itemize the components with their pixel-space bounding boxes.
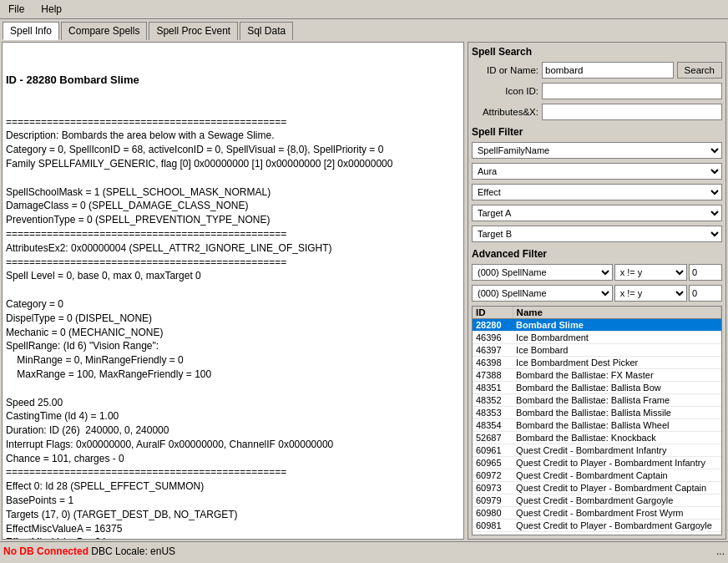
tab-compare-spells[interactable]: Compare Spells [61,22,147,40]
table-row[interactable]: 48354Bombard the Ballistae: Ballista Whe… [473,419,721,432]
table-row[interactable]: 60965Quest Credit to Player - Bombardmen… [473,457,721,469]
attributes-label: Attributes&X: [472,107,538,117]
adv-filter-2-field[interactable]: (000) SpellName [472,285,613,302]
table-row[interactable]: 52687Bombard the Ballistae: Knockback [473,432,721,444]
cell-name: Ice Bombardment [513,332,720,344]
cell-name: Bombard the Ballistae: Ballista Bow [513,382,720,394]
tab-spell-info[interactable]: Spell Info [3,22,59,40]
icon-id-row: Icon ID: [472,83,722,99]
target-b-select[interactable]: Target B [472,226,722,242]
table-row[interactable]: 60972Quest Credit - Bombardment Captain [473,469,721,482]
table-row[interactable]: 60979Quest Credit - Bombardment Gargoyle [473,495,721,507]
effect-select[interactable]: Effect [472,184,722,200]
results-table: ID Name 28280Bombard Slime46396Ice Bomba… [473,307,721,535]
adv-filter-2-value[interactable] [689,285,722,302]
cell-name: Quest Credit - Bombardment Gargoyle [513,495,720,507]
status-text: No DB Connected DBC Locale: enUS [3,545,175,557]
results-table-container[interactable]: ID Name 28280Bombard Slime46396Ice Bomba… [472,306,722,535]
cell-id: 46398 [473,357,513,369]
cell-name: Quest Credit to Player - Bombardment Gar… [513,520,720,532]
adv-filter-1-field[interactable]: (000) SpellName [472,264,613,281]
cell-id: 60973 [473,482,513,495]
status-bar: No DB Connected DBC Locale: enUS ... [0,541,728,560]
adv-filter-2-op[interactable]: x != y [614,285,687,302]
table-row[interactable]: 60961Quest Credit - Bombardment Infantry [473,444,721,457]
table-row[interactable]: 60973Quest Credit to Player - Bombardmen… [473,482,721,495]
target-b-row: Target B [472,226,722,242]
id-name-label: ID or Name: [472,65,538,75]
table-row[interactable]: 48352Bombard the Ballistae: Ballista Fra… [473,394,721,407]
right-panel: Spell Search ID or Name: Search Icon ID:… [468,42,726,540]
table-row[interactable]: 46397Ice Bombard [473,344,721,357]
cell-id: 60972 [473,469,513,482]
no-db-label: No DB Connected [3,545,88,557]
table-row[interactable]: 60980Quest Credit - Bombardment Frost Wy… [473,507,721,520]
cell-name: Quest Credit - Bombardment Captain [513,469,720,482]
cell-id: 47388 [473,369,513,382]
icon-id-label: Icon ID: [472,86,538,96]
col-id: ID [473,307,513,319]
cell-name: Bombard Slime [513,319,720,332]
cell-id: 60965 [473,457,513,469]
attributes-input[interactable] [542,104,722,120]
table-row[interactable]: 60981Quest Credit to Player - Bombardmen… [473,520,721,532]
col-name: Name [513,307,720,319]
cell-name: Bombard the Ballistae: Ballista Wheel [513,419,720,432]
tab-sql-data[interactable]: Sql Data [240,22,293,40]
cell-name: Quest Credit to Player - Bombardment Fro… [513,532,720,536]
icon-id-input[interactable] [542,83,722,99]
file-menu[interactable]: File [3,2,29,17]
aura-row: Aura [472,163,722,180]
spell-search-label: Spell Search [472,46,722,58]
cell-id: 48354 [473,419,513,432]
aura-select[interactable]: Aura [472,163,722,180]
table-row[interactable]: 60982Quest Credit to Player - Bombardmen… [473,532,721,536]
dbc-label: DBC Locale: enUS [91,545,175,557]
family-name-row: SpellFamilyName [472,142,722,159]
main-content: ID - 28280 Bombard Slime ===============… [0,40,728,541]
cell-id: 46396 [473,332,513,344]
adv-filter-1-value[interactable] [689,264,722,281]
cell-name: Ice Bombard [513,344,720,357]
adv-filter-row-2: (000) SpellName x != y [472,285,722,302]
table-row[interactable]: 28280Bombard Slime [473,319,721,332]
id-name-row: ID or Name: Search [472,62,722,79]
cell-id: 60982 [473,532,513,536]
cell-id: 60981 [473,520,513,532]
help-menu[interactable]: Help [36,2,67,17]
spell-filter-label: Spell Filter [472,126,722,138]
id-name-input[interactable] [542,62,674,79]
table-row[interactable]: 46396Ice Bombardment [473,332,721,344]
attributes-row: Attributes&X: [472,104,722,120]
menu-bar: File Help [0,0,728,19]
tab-bar: Spell Info Compare Spells Spell Proc Eve… [0,19,728,40]
cell-name: Bombard the Ballistae: Knockback [513,432,720,444]
advanced-filter-label: Advanced Filter [472,248,722,260]
family-name-select[interactable]: SpellFamilyName [472,142,722,159]
target-a-select[interactable]: Target A [472,205,722,221]
adv-filter-1-op[interactable]: x != y [614,264,687,281]
cell-id: 60980 [473,507,513,520]
cell-id: 48351 [473,382,513,394]
cell-name: Quest Credit to Player - Bombardment Inf… [513,457,720,469]
table-row[interactable]: 48353Bombard the Ballistae: Ballista Mis… [473,407,721,419]
search-button[interactable]: Search [677,62,722,79]
tab-spell-proc-event[interactable]: Spell Proc Event [149,22,238,40]
cell-name: Bombard the Ballistae: Ballista Missile [513,407,720,419]
adv-filter-row-1: (000) SpellName x != y [472,264,722,281]
cell-name: Quest Credit - Bombardment Infantry [513,444,720,457]
table-row[interactable]: 46398Ice Bombardment Dest Picker [473,357,721,369]
cell-name: Bombard the Ballistae: FX Master [513,369,720,382]
table-row[interactable]: 48351Bombard the Ballistae: Ballista Bow [473,382,721,394]
cell-id: 28280 [473,319,513,332]
cell-name: Quest Credit to Player - Bombardment Cap… [513,482,720,495]
spell-content: ========================================… [6,115,460,540]
table-row[interactable]: 47388Bombard the Ballistae: FX Master [473,369,721,382]
spell-title: ID - 28280 Bombard Slime [6,73,460,88]
target-a-row: Target A [472,205,722,221]
left-panel[interactable]: ID - 28280 Bombard Slime ===============… [2,42,464,540]
cell-id: 60961 [473,444,513,457]
cell-id: 52687 [473,432,513,444]
cell-id: 48352 [473,394,513,407]
cell-id: 48353 [473,407,513,419]
